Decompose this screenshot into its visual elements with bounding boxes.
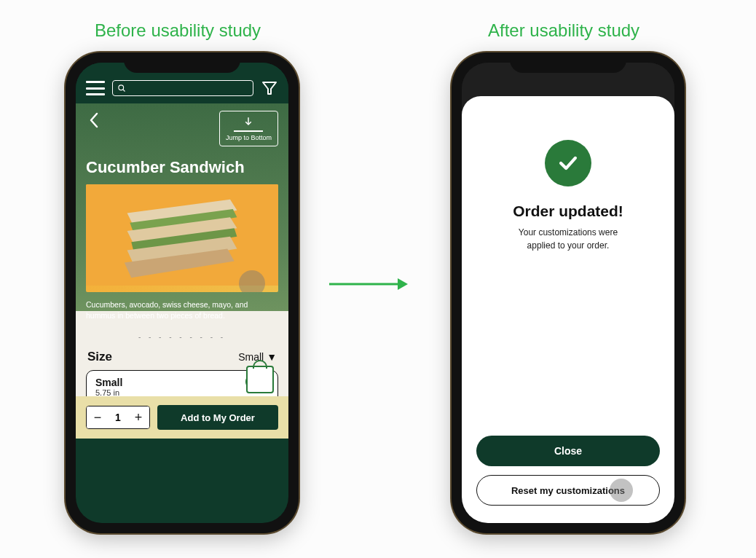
filter-icon[interactable] (261, 79, 278, 97)
jump-label: Jump to Bottom (226, 134, 272, 141)
product-description: Cucumbers, avocado, swiss cheese, mayo, … (86, 299, 278, 321)
bag-icon[interactable] (246, 366, 274, 393)
product-title: Cucumber Sandwich (86, 158, 278, 177)
screen-before: Jump to Bottom Cucumber Sandwich (76, 63, 288, 523)
svg-marker-4 (263, 82, 276, 94)
qty-value: 1 (109, 412, 127, 423)
screen-after: Order updated! Your customizations were … (462, 63, 674, 523)
phone-notch (510, 52, 626, 73)
quantity-stepper: − 1 + (86, 406, 150, 429)
search-input[interactable] (112, 80, 253, 96)
touch-indicator (610, 479, 633, 502)
menu-icon[interactable] (86, 81, 105, 95)
qty-decrease-button[interactable]: − (87, 406, 109, 428)
add-to-order-button[interactable]: Add to My Order (157, 405, 278, 430)
product-hero: Jump to Bottom Cucumber Sandwich (76, 103, 288, 439)
phone-after: Order updated! Your customizations were … (452, 52, 685, 533)
size-heading: Size (87, 350, 112, 364)
qty-increase-button[interactable]: + (127, 406, 149, 428)
size-option-name: Small (95, 377, 122, 388)
search-icon (117, 84, 126, 93)
svg-line-3 (123, 90, 125, 92)
modal-title: Order updated! (513, 203, 623, 220)
product-image (86, 184, 278, 292)
chevron-down-icon: ▼ (267, 351, 277, 363)
close-button[interactable]: Close (476, 436, 660, 466)
confirmation-modal: Order updated! Your customizations were … (462, 96, 674, 523)
arrow-right-icon (328, 277, 408, 291)
section-divider: - - - - - - - - - (86, 333, 278, 341)
jump-to-bottom-button[interactable]: Jump to Bottom (219, 111, 278, 146)
download-icon (242, 116, 255, 129)
success-check-icon (545, 140, 591, 186)
svg-point-2 (119, 85, 124, 90)
svg-marker-1 (398, 278, 408, 290)
modal-subtitle: Your customizations were applied to your… (519, 226, 618, 252)
phone-before: Jump to Bottom Cucumber Sandwich (66, 52, 299, 533)
phone-notch (124, 52, 240, 73)
reset-customizations-button[interactable]: Reset my customizations (476, 475, 660, 506)
after-heading: After usability study (488, 20, 639, 41)
back-button[interactable] (86, 111, 102, 134)
before-heading: Before usability study (95, 20, 261, 41)
add-to-order-bar: − 1 + Add to My Order (76, 396, 288, 439)
